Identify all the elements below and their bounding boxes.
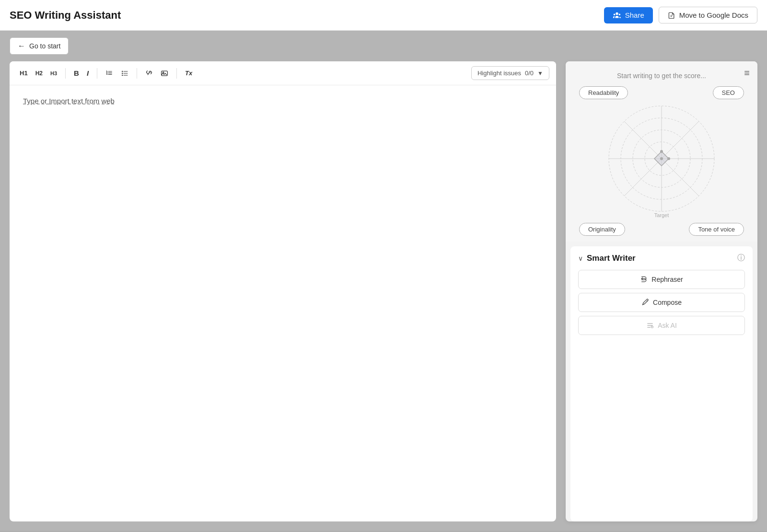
- highlight-issues-button[interactable]: Highlight issues 0/0 ▼: [471, 66, 549, 80]
- placeholder-static: Type or: [23, 97, 49, 105]
- readability-label[interactable]: Readability: [579, 86, 628, 99]
- highlight-chevron-icon: ▼: [537, 70, 543, 77]
- svg-rect-23: [651, 326, 653, 328]
- score-panel: ≡ Start writing to get the score... Read…: [566, 61, 757, 242]
- ordered-list-button[interactable]: 1. 2. 3.: [102, 67, 116, 80]
- svg-point-20: [660, 157, 663, 160]
- smart-writer-title: Smart Writer: [587, 254, 636, 263]
- smart-writer-collapse-button[interactable]: ∨: [578, 254, 583, 262]
- ask-ai-icon: [646, 322, 654, 329]
- smart-writer-header: ∨ Smart Writer ⓘ: [578, 253, 745, 263]
- list-group: 1. 2. 3.: [102, 67, 132, 80]
- editor-panel: H1 H2 H3 B I 1. 2. 3.: [10, 61, 556, 521]
- share-label: Share: [625, 11, 644, 19]
- score-start-text: Start writing to get the score...: [574, 70, 749, 80]
- clear-format-button[interactable]: Tx: [182, 67, 196, 79]
- h2-button[interactable]: H2: [32, 68, 46, 79]
- ask-ai-label: Ask AI: [658, 322, 677, 329]
- ordered-list-icon: 1. 2. 3.: [105, 69, 113, 77]
- app-title: SEO Writing Assistant: [10, 9, 121, 22]
- seo-label[interactable]: SEO: [713, 86, 744, 99]
- link-icon: [145, 69, 153, 77]
- editor-placeholder: Type or Import text from web: [23, 97, 543, 105]
- svg-point-5: [122, 74, 123, 75]
- italic-button[interactable]: I: [83, 67, 92, 80]
- go-to-start-label: Go to start: [29, 42, 60, 50]
- highlight-issues-label: Highlight issues: [477, 69, 521, 77]
- svg-point-3: [122, 70, 123, 71]
- go-to-start-button[interactable]: ← Go to start: [10, 37, 69, 55]
- toolbar-divider-2: [97, 68, 97, 79]
- ask-ai-button[interactable]: Ask AI: [578, 316, 745, 335]
- toolbar-divider-1: [65, 68, 66, 79]
- svg-point-21: [667, 157, 670, 160]
- share-button[interactable]: Share: [604, 7, 653, 23]
- smart-writer-title-wrap: ∨ Smart Writer: [578, 254, 636, 263]
- radar-svg: [594, 101, 729, 216]
- smart-writer-info-button[interactable]: ⓘ: [737, 253, 745, 263]
- editor-toolbar: H1 H2 H3 B I 1. 2. 3.: [10, 61, 556, 85]
- smart-writer-panel: ∨ Smart Writer ⓘ Rephraser Compose: [570, 246, 753, 521]
- image-icon: [161, 69, 168, 77]
- bold-button[interactable]: B: [70, 67, 82, 80]
- go-to-start-bar: ← Go to start: [0, 31, 767, 61]
- rephraser-label: Rephraser: [651, 276, 683, 283]
- google-docs-icon: [668, 12, 675, 19]
- radar-svg-element: [594, 101, 729, 216]
- right-panel: ≡ Start writing to get the score... Read…: [566, 61, 757, 521]
- heading-group: H1 H2 H3: [16, 67, 60, 79]
- radar-chart-container: Readability SEO: [574, 86, 749, 236]
- google-docs-button[interactable]: Move to Google Docs: [659, 7, 757, 23]
- compose-icon: [641, 299, 649, 306]
- main-layout: H1 H2 H3 B I 1. 2. 3.: [0, 61, 767, 531]
- insert-group: [142, 67, 172, 80]
- radar-labels-top: Readability SEO: [574, 86, 749, 99]
- text-style-group: B I: [70, 67, 92, 80]
- share-icon: [613, 11, 621, 20]
- svg-point-4: [122, 72, 123, 73]
- import-text-link[interactable]: Import text from web: [49, 97, 115, 105]
- svg-text:3.: 3.: [106, 73, 108, 75]
- h3-button[interactable]: H3: [47, 68, 60, 79]
- tone-of-voice-label[interactable]: Tone of voice: [689, 223, 744, 236]
- highlight-issues-count: 0/0: [525, 69, 534, 77]
- editor-content[interactable]: Type or Import text from web: [10, 85, 556, 521]
- score-panel-menu-button[interactable]: ≡: [744, 68, 750, 78]
- back-arrow-icon: ←: [18, 42, 25, 50]
- originality-label[interactable]: Originality: [579, 223, 625, 236]
- compose-button[interactable]: Compose: [578, 293, 745, 312]
- radar-labels-bottom: Originality Tone of voice: [574, 223, 749, 236]
- compose-label: Compose: [653, 299, 682, 306]
- unordered-list-icon: [121, 69, 128, 77]
- rephraser-button[interactable]: Rephraser: [578, 270, 745, 289]
- rephraser-icon: [640, 276, 648, 283]
- toolbar-divider-4: [176, 68, 177, 79]
- unordered-list-button[interactable]: [117, 67, 132, 80]
- google-docs-label: Move to Google Docs: [679, 11, 748, 19]
- hamburger-icon: ≡: [744, 68, 750, 78]
- image-button[interactable]: [157, 67, 172, 80]
- svg-point-22: [660, 150, 663, 153]
- link-button[interactable]: [142, 67, 156, 80]
- h1-button[interactable]: H1: [16, 67, 31, 79]
- toolbar-divider-3: [137, 68, 137, 79]
- app-header: SEO Writing Assistant Share Move to Goog…: [0, 0, 767, 31]
- header-actions: Share Move to Google Docs: [604, 7, 757, 23]
